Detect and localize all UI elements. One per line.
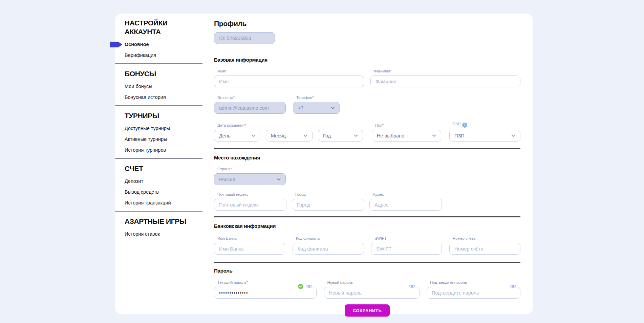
sidebar-item-tournament-history[interactable]: История турниров [125, 147, 202, 153]
first-name-label: Имя* [217, 69, 364, 73]
chevron-down-icon [331, 107, 335, 109]
section-divider-dark [214, 262, 520, 263]
sidebar-item-withdrawal[interactable]: Вывод средств [125, 189, 202, 195]
sidebar-item-my-bonuses[interactable]: Мои бонусы [125, 84, 202, 89]
sidebar-item-main[interactable]: Основное [125, 42, 202, 47]
dob-year-select[interactable]: Год [318, 130, 363, 142]
section-divider-dark [214, 148, 520, 149]
sidebar-divider [115, 105, 202, 106]
sidebar-item-verification[interactable]: Верификация [125, 52, 202, 58]
toggle-password-eye-icon[interactable] [510, 284, 516, 288]
confirm-password-label: Подтвердите пароль [430, 280, 520, 285]
last-name-input[interactable] [370, 76, 520, 87]
sidebar-item-label: Активные турниры [125, 136, 167, 142]
dob-day-value: День [219, 133, 230, 138]
active-item-arrow-icon [110, 42, 122, 47]
bank-name-label: Имя Банка [217, 236, 285, 241]
phone-code-select: +7 [293, 102, 340, 114]
page-title: Профиль [214, 20, 520, 28]
branch-code-label: Код филиала [296, 236, 364, 241]
pzp-label: ПЗПi [453, 122, 520, 128]
gender-label: Пол* [375, 123, 441, 128]
confirm-password-input[interactable] [427, 287, 520, 299]
city-label: Город [295, 192, 364, 197]
pzp-label-text: ПЗП [453, 122, 460, 126]
sidebar-item-transaction-history[interactable]: История транзакций [125, 200, 202, 206]
country-select: Россия [214, 173, 286, 185]
valid-check-icon [298, 284, 303, 289]
country-value: Россия [219, 177, 235, 182]
new-password-input[interactable] [324, 287, 420, 299]
swift-label: SWIFT [374, 236, 442, 241]
sidebar: НАСТРОЙКИ АККАУНТА Основное Верификация … [115, 14, 202, 314]
sidebar-item-label: Доступные турниры [125, 126, 170, 131]
email-field [214, 102, 286, 114]
gender-select[interactable]: Не выбрано [372, 130, 441, 142]
sidebar-item-label: История транзакций [125, 200, 171, 206]
dob-month-select[interactable]: Месяц [266, 130, 313, 142]
phone-code-value: +7 [298, 105, 304, 111]
pzp-select[interactable]: ПЗП [449, 130, 520, 142]
city-input[interactable] [292, 199, 364, 211]
sidebar-divider [115, 158, 202, 159]
sidebar-item-label: Мои бонусы [125, 84, 152, 89]
sidebar-divider [115, 211, 202, 212]
chevron-down-icon [432, 134, 436, 137]
bank-info-title: Банковская информация [214, 223, 520, 229]
gender-value: Не выбрано [377, 133, 404, 138]
phone-label: Телефон* [296, 95, 340, 100]
email-label: Эл.почта* [217, 95, 286, 100]
sidebar-section-title-settings: НАСТРОЙКИ АККАУНТА [125, 19, 202, 36]
sidebar-item-label: История ставок [125, 231, 160, 237]
chevron-down-icon [277, 178, 281, 181]
country-label: Страна* [217, 167, 286, 171]
sidebar-item-bet-history[interactable]: История ставок [125, 231, 202, 237]
last-name-label: Фамилия* [374, 69, 520, 73]
sidebar-item-bonus-history[interactable]: Бонусная история [125, 94, 202, 100]
chevron-down-icon [511, 134, 515, 137]
user-id-field [214, 32, 275, 44]
chevron-down-icon [354, 134, 358, 137]
password-title: Пароль [214, 268, 520, 274]
sidebar-item-label: Вывод средств [125, 189, 159, 195]
branch-code-input[interactable] [293, 243, 364, 255]
toggle-password-eye-icon[interactable] [306, 284, 313, 288]
info-icon[interactable]: i [462, 123, 467, 128]
toggle-password-eye-icon[interactable] [409, 284, 415, 288]
swift-input[interactable] [371, 243, 442, 255]
bank-name-input[interactable] [214, 243, 285, 255]
sidebar-divider [115, 63, 202, 64]
basic-info-title: Базовая информация [214, 57, 520, 63]
profile-content: Профиль Базовая информация Имя* Фамилия*… [214, 14, 520, 314]
sidebar-item-label: Бонусная история [125, 94, 166, 100]
address-label: Адрес [373, 192, 442, 197]
sidebar-item-label: Основное [125, 42, 149, 47]
sidebar-section-title-tournaments: ТУРНИРЫ [125, 111, 202, 120]
pzp-value: ПЗП [454, 133, 465, 138]
sidebar-item-available-tournaments[interactable]: Доступные турниры [125, 126, 202, 131]
sidebar-item-label: Депозит [125, 178, 143, 184]
sidebar-section-title-gambling: АЗАРТНЫЕ ИГРЫ [125, 217, 202, 226]
new-password-label: Новый пароль [327, 280, 420, 285]
location-title: Место нахождения [214, 155, 520, 160]
postal-code-input[interactable] [214, 199, 286, 211]
sidebar-item-active-tournaments[interactable]: Активные турниры [125, 136, 202, 142]
account-settings-card: НАСТРОЙКИ АККАУНТА Основное Верификация … [115, 14, 533, 314]
account-number-label: Номер счёта [453, 236, 520, 241]
section-divider-dark [214, 216, 520, 217]
account-number-input[interactable] [449, 243, 520, 255]
sidebar-item-deposit[interactable]: Депозит [125, 178, 202, 184]
save-button[interactable]: СОХРАНИТЬ [345, 304, 390, 317]
dob-month-value: Месяц [271, 133, 286, 138]
sidebar-item-label: История турниров [125, 147, 166, 153]
section-divider-light [214, 51, 520, 51]
address-input[interactable] [369, 199, 442, 211]
postal-code-label: Почтовый индекс [217, 192, 286, 197]
chevron-down-icon [251, 134, 255, 137]
first-name-input[interactable] [214, 76, 364, 87]
dob-day-select[interactable]: День [214, 130, 260, 142]
sidebar-section-title-bonuses: БОНУСЫ [125, 69, 202, 78]
chevron-down-icon [303, 134, 307, 137]
sidebar-section-title-account: СЧЕТ [125, 164, 202, 173]
sidebar-item-label: Верификация [125, 52, 156, 58]
